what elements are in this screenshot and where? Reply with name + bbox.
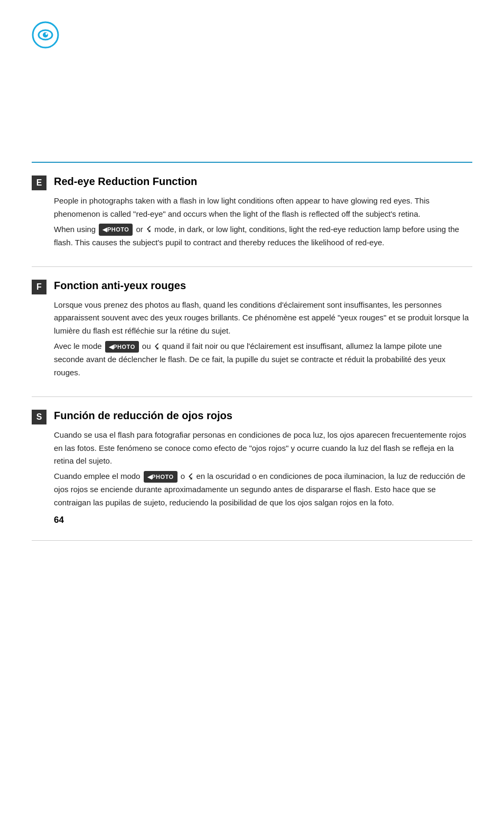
section-title-french: Fonction anti-yeux rouges [54, 279, 186, 292]
mode-badge-photo-fr: ◀PHOTO [105, 341, 139, 353]
french-para-2: Avec le mode ◀PHOTO ou ☇ quand il fait n… [54, 340, 472, 380]
section-title-english: Red-eye Reduction Function [54, 174, 197, 188]
spanish-para-1: Cuando se usa el flash para fotografiar … [54, 429, 472, 468]
page-number: 64 [32, 515, 472, 525]
svg-point-3 [45, 33, 48, 35]
lang-badge-english: E [32, 175, 46, 190]
lang-badge-french: F [32, 280, 46, 294]
mode-badge-photo-es: ◀PHOTO [144, 471, 178, 483]
logo-area [32, 21, 472, 51]
section-french: F Fonction anti-yeux rouges Lorsque vous… [32, 267, 472, 397]
eye-icon [32, 21, 59, 49]
section-title-spanish: Función de reducción de ojos rojos [54, 409, 232, 422]
section-header-spanish: S Función de reducción de ojos rojos [32, 409, 472, 424]
lightning-en: ☇ [146, 223, 151, 236]
spacer [32, 67, 472, 162]
section-body-english: People in photographs taken with a flash… [32, 195, 472, 250]
section-body-french: Lorsque vous prenez des photos au flash,… [32, 299, 472, 380]
lightning-fr: ☇ [154, 340, 159, 354]
section-english: E Red-eye Reduction Function People in p… [32, 163, 472, 267]
mode-badge-photo-en: ◀PHOTO [99, 224, 133, 235]
english-para-1: People in photographs taken with a flash… [54, 195, 472, 221]
english-para-2: When using ◀PHOTO or ☇ mode, in dark, or… [54, 223, 472, 250]
section-header-french: F Fonction anti-yeux rouges [32, 279, 472, 294]
spanish-para-2: Cuando emplee el modo ◀PHOTO o ☇ en la o… [54, 470, 472, 510]
section-body-spanish: Cuando se usa el flash para fotografiar … [32, 429, 472, 510]
section-header-english: E Red-eye Reduction Function [32, 174, 472, 190]
lightning-es: ☇ [188, 470, 193, 484]
svg-point-2 [43, 32, 48, 38]
lang-badge-spanish: S [32, 410, 46, 424]
page: E Red-eye Reduction Function People in p… [0, 0, 504, 813]
french-para-1: Lorsque vous prenez des photos au flash,… [54, 299, 472, 338]
section-spanish: S Función de reducción de ojos rojos Cua… [32, 397, 472, 541]
